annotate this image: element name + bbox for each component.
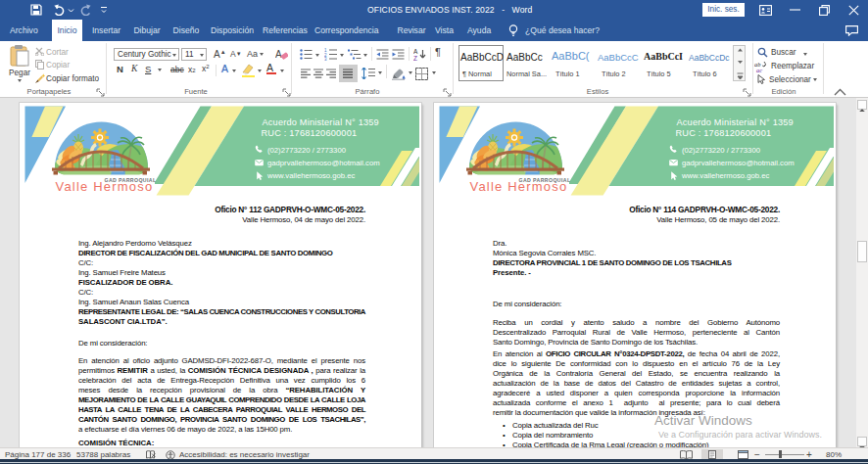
svg-text:A: A xyxy=(275,49,282,60)
svg-text:A: A xyxy=(413,48,418,55)
svg-text:Z: Z xyxy=(413,55,417,61)
svg-text:3: 3 xyxy=(324,57,327,61)
svg-text:ac: ac xyxy=(756,67,762,72)
